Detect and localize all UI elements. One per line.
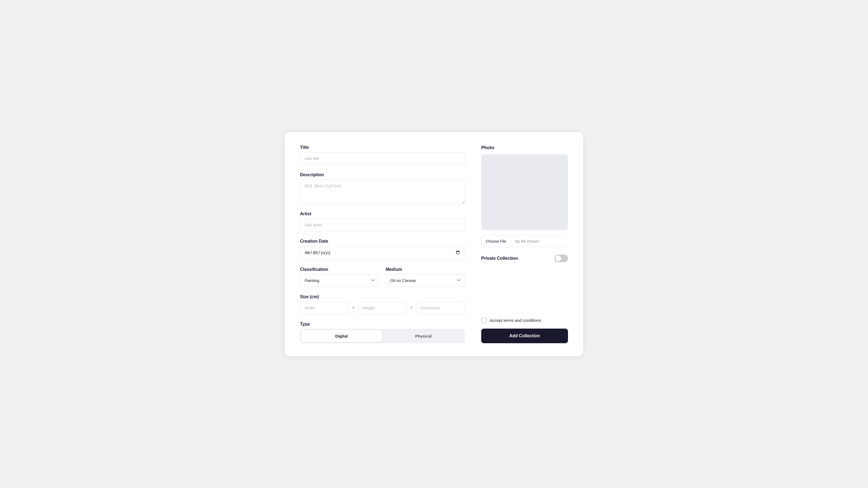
medium-select[interactable]: Oil on Canvas Watercolor Acrylic Pencil <box>386 274 465 287</box>
physical-type-button[interactable]: Physical <box>383 330 464 342</box>
type-toggle: Digital Physical <box>300 329 465 343</box>
choose-file-button[interactable]: Choose File <box>482 236 511 247</box>
photo-title: Photo <box>481 145 568 151</box>
classification-medium-row: Classification Painting Sculpture Photog… <box>300 267 465 287</box>
left-column: Title Description Artist Creation Date C… <box>300 145 465 343</box>
type-label: Type <box>300 322 465 327</box>
photo-section: Photo <box>481 145 568 230</box>
description-input[interactable] <box>300 180 465 204</box>
title-input[interactable] <box>300 152 465 165</box>
size-inputs-row: × × <box>300 301 465 314</box>
size-field-group: Size (cm) × × <box>300 294 465 314</box>
description-field-group: Description <box>300 172 465 204</box>
private-collection-row: Private Collection <box>481 255 568 262</box>
terms-row: Accept terms and conditions <box>481 318 568 323</box>
medium-field-group: Medium Oil on Canvas Watercolor Acrylic … <box>386 267 465 287</box>
private-collection-label: Private Collection <box>481 256 518 261</box>
private-collection-toggle[interactable] <box>554 255 568 262</box>
size-separator-x1: × <box>349 305 358 310</box>
toggle-knob <box>555 255 561 261</box>
file-input-row[interactable]: Choose File No file chosen <box>481 236 568 247</box>
terms-checkbox[interactable] <box>481 318 487 323</box>
classification-label: Classification <box>300 267 379 272</box>
creation-date-input[interactable] <box>300 246 465 259</box>
artist-field-group: Artist <box>300 212 465 231</box>
title-field-group: Title <box>300 145 465 165</box>
right-column: Photo Choose File No file chosen Private… <box>481 145 568 343</box>
classification-field-group: Classification Painting Sculpture Photog… <box>300 267 379 287</box>
size-label: Size (cm) <box>300 294 465 299</box>
width-input[interactable] <box>300 301 349 314</box>
artist-label: Artist <box>300 212 465 216</box>
terms-label: Accept terms and conditions <box>490 318 541 323</box>
artist-input[interactable] <box>300 219 465 231</box>
medium-label: Medium <box>386 267 465 272</box>
spacer <box>481 268 568 312</box>
dimension-input[interactable] <box>416 301 465 314</box>
no-file-text: No file chosen <box>511 236 544 247</box>
title-label: Title <box>300 145 465 150</box>
size-separator-x2: × <box>407 305 416 310</box>
creation-date-field-group: Creation Date <box>300 239 465 259</box>
classification-select[interactable]: Painting Sculpture Photography Drawing <box>300 274 379 287</box>
add-artwork-form: Title Description Artist Creation Date C… <box>285 132 583 356</box>
creation-date-label: Creation Date <box>300 239 465 244</box>
type-field-group: Type Digital Physical <box>300 322 465 343</box>
digital-type-button[interactable]: Digital <box>301 330 382 342</box>
description-label: Description <box>300 172 465 177</box>
add-collection-button[interactable]: Add Collection <box>481 329 568 343</box>
height-input[interactable] <box>358 301 407 314</box>
photo-placeholder <box>481 154 568 230</box>
